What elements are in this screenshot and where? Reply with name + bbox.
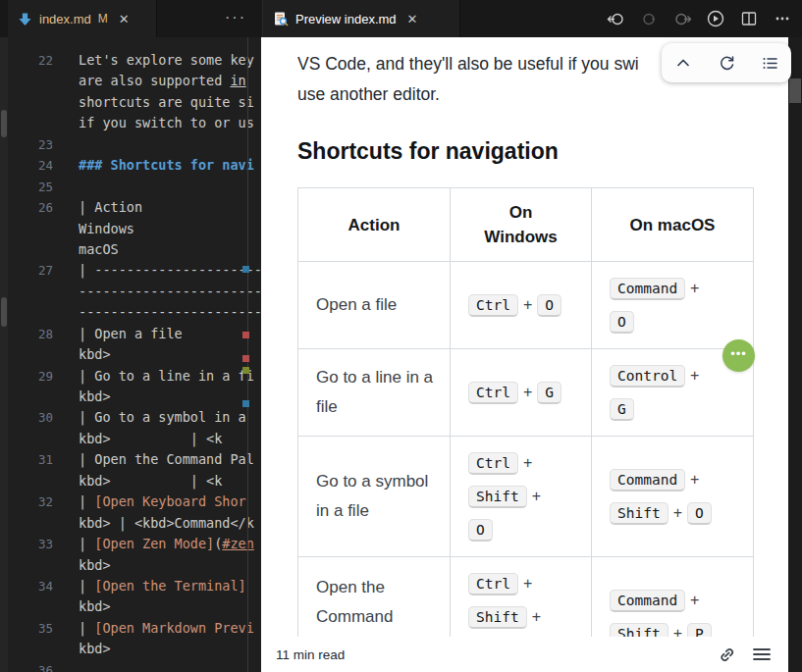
editor-line: 34| [Open the Terminal] [8,576,261,596]
diff-decoration [242,332,249,338]
editor-line: 28| Open a file [8,324,261,344]
editor-line: kbd> [8,344,261,365]
outline-list-icon[interactable] [757,50,782,76]
shortcut-cell: Ctrl+G [451,349,592,437]
editor-actions [606,0,792,37]
key-cap: Ctrl [468,573,518,595]
tab-index-md[interactable]: index.md M ✕ [8,0,157,37]
key-cap: Shift [468,486,527,508]
editor-line: 33| [Open Zen Mode](#zen [8,534,261,554]
editor-line: 26| Action [8,197,261,218]
markdown-preview-icon [273,11,289,26]
shortcuts-table: ActionOn WindowsOn macOS Open a fileCtrl… [297,187,754,672]
markdown-file-icon [18,12,32,26]
table-row: Go to a line in a fileCtrl+GControl+G [298,349,754,437]
key-cap: G [610,398,634,421]
diff-decoration [242,266,249,273]
table-header: Action [298,188,451,262]
key-cap: Shift [468,606,527,629]
editor-line: 29| Go to a line in a fi [8,366,261,387]
editor-line: 30| Go to a symbol in a [8,407,261,428]
editor-line: 27| ---------------------- [8,260,261,281]
key-cap: Ctrl [468,382,518,404]
editor-line: kbd> [8,555,261,576]
tab-overflow-button[interactable]: ··· [216,0,255,37]
strip-mark [1,110,7,137]
key-cap: Command [610,469,685,491]
editor-line: kbd> | <k [8,429,261,449]
scrollbar-thumb[interactable] [789,78,801,103]
strip-mark [1,297,7,327]
key-cap: Shift [610,502,668,525]
action-cell: Open a file [298,262,451,349]
menu-icon[interactable] [750,643,774,666]
navigate-back-icon[interactable] [606,9,625,28]
tab-preview-index-md[interactable]: Preview index.md ✕ [262,0,460,37]
preview-heading: Shortcuts for navigation [297,138,755,165]
key-cap: Ctrl [468,452,518,475]
editor-line: Windows [8,219,261,239]
preview-paragraph-line2: use another editor. [297,79,755,110]
shortcut-cell: Ctrl+Shift+O [451,437,592,557]
editor-line: kbd> [8,387,261,407]
editor-line: 23 [8,134,261,155]
tab-bar: index.md M ✕ ··· Preview index.md ✕ [0,0,802,37]
key-cap: O [610,311,634,334]
tab-label: Preview index.md [295,12,397,26]
read-time-label: 11 min read [276,647,345,662]
navigate-next-icon[interactable] [672,9,692,28]
diff-decoration [242,400,249,407]
table-row: Open a fileCtrl+OCommand+O [298,262,754,349]
shortcut-cell: Ctrl+O [451,262,592,349]
editor-line: 32| [Open Keyboard Shor [8,491,261,512]
collab-overlay-button[interactable]: ••• [722,339,755,372]
preview-footer: 11 min read [261,637,788,672]
preview-scrollbar[interactable] [788,37,802,672]
minimap-strip[interactable] [0,37,8,672]
close-icon[interactable]: ✕ [405,12,420,26]
action-cell: Go to a line in a file [298,349,451,437]
table-row: Go to a symbol in a fileCtrl+Shift+OComm… [298,437,754,557]
editor-line: kbd> [8,596,261,617]
editor-line: are also supported in [8,71,261,91]
key-cap: Command [610,590,685,612]
refresh-icon[interactable] [714,50,739,76]
key-cap: Control [610,365,685,388]
modified-badge: M [98,12,108,26]
action-cell: Go to a symbol in a file [298,437,451,557]
editor-line: if you switch to or us [8,113,261,133]
markdown-preview-pane[interactable]: VS Code, and they'll also be useful if y… [261,37,788,672]
preview-floating-toolbar [662,43,791,82]
link-icon[interactable] [715,643,738,666]
navigate-forward-icon[interactable] [639,9,659,28]
key-cap: O [687,502,712,525]
editor-line: 24### Shortcuts for navi [8,155,261,176]
key-cap: G [537,382,561,404]
split-editor-icon[interactable] [739,9,759,28]
diff-decoration [242,367,249,374]
editor-line: kbd> | <kbd>Command</k [8,513,261,534]
editor-pane[interactable]: 22Let's explore some keyare also support… [8,37,261,672]
more-actions-icon[interactable] [773,9,792,28]
editor-line: ----------------------- [8,282,261,302]
editor-line: 25 [8,177,261,197]
collapse-icon[interactable] [670,50,696,76]
close-icon[interactable]: ✕ [117,12,132,26]
editor-line: shortcuts are quite si [8,92,261,113]
editor-line: 22Let's explore some key [8,50,261,71]
key-cap: Ctrl [468,294,518,317]
editor-line: 31| Open the Command Pal [8,449,261,470]
key-cap: Command [610,278,685,300]
key-cap: O [468,519,493,542]
editor-line: kbd> | <k [8,471,261,491]
key-cap: O [537,294,561,317]
run-debug-icon[interactable] [706,9,725,28]
table-header: On macOS [592,188,754,262]
editor-lines: 22Let's explore some keyare also support… [8,50,261,672]
editor-line: macOS [8,239,261,260]
vscode-window: index.md M ✕ ··· Preview index.md ✕ [0,0,802,672]
tab-label: index.md [39,12,91,26]
editor-line: 35| [Open Markdown Previ [8,618,261,639]
diff-decoration [242,355,249,362]
ellipsis-dots: ••• [730,349,747,359]
